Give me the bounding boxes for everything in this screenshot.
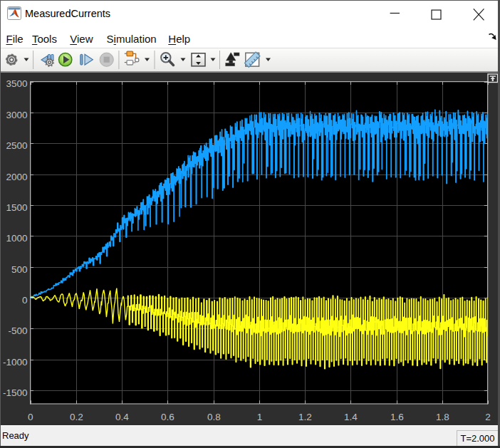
svg-text:0.2: 0.2 (70, 412, 83, 422)
svg-text:1: 1 (257, 412, 263, 422)
svg-text:1.6: 1.6 (390, 412, 404, 422)
svg-text:1500: 1500 (6, 202, 27, 213)
svg-text:0.6: 0.6 (161, 412, 175, 422)
svg-text:1000: 1000 (6, 233, 27, 244)
svg-text:0: 0 (22, 295, 28, 306)
svg-text:2: 2 (485, 412, 491, 422)
svg-text:2500: 2500 (6, 140, 27, 151)
svg-text:2000: 2000 (6, 172, 27, 182)
svg-text:1.4: 1.4 (344, 412, 358, 422)
svg-text:0.4: 0.4 (115, 412, 129, 422)
svg-text:0.8: 0.8 (207, 412, 221, 422)
svg-text:1.8: 1.8 (436, 412, 449, 422)
svg-text:-1500: -1500 (3, 387, 28, 398)
svg-text:-500: -500 (8, 325, 27, 336)
svg-text:3500: 3500 (6, 78, 27, 89)
svg-text:0: 0 (28, 412, 33, 422)
svg-text:500: 500 (11, 264, 28, 275)
svg-text:-1000: -1000 (3, 357, 28, 368)
svg-text:3000: 3000 (6, 110, 27, 120)
svg-text:1.2: 1.2 (298, 412, 312, 422)
